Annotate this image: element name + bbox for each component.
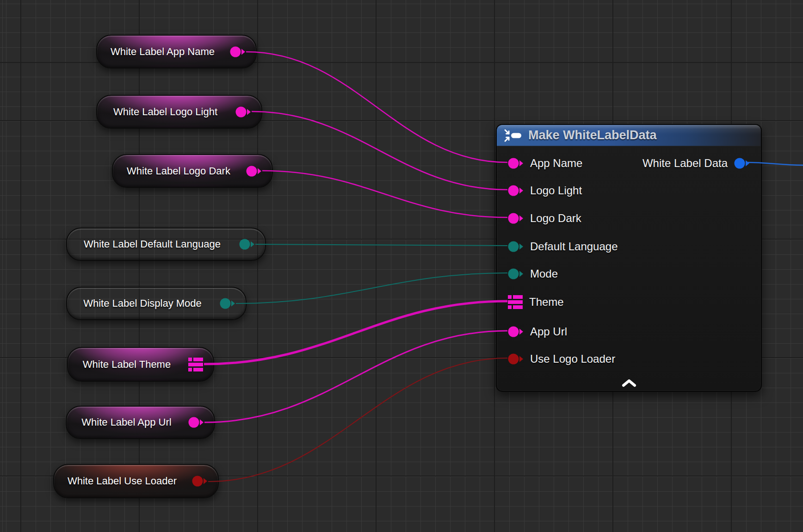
struct-output-pin-icon[interactable] <box>188 357 203 372</box>
pin-label: Logo Light <box>530 184 582 197</box>
input-pin-row-logo-dark[interactable]: Logo Dark <box>508 210 581 227</box>
variable-node-label: White Label Use Loader <box>62 465 182 497</box>
input-pin-row-mode[interactable]: Mode <box>508 266 558 282</box>
variable-node-white-label-display-mode[interactable]: White Label Display Mode <box>66 287 247 320</box>
string-input-pin-icon[interactable] <box>508 185 524 197</box>
variable-node-white-label-use-loader[interactable]: White Label Use Loader <box>53 464 219 498</box>
input-pin-row-app-url[interactable]: App Url <box>508 323 567 340</box>
output-pin-row-white-label-data[interactable]: White Label Data <box>642 155 750 172</box>
string-input-pin-icon[interactable] <box>508 157 524 169</box>
pin-label: Use Logo Loader <box>530 353 615 365</box>
variable-node-white-label-logo-dark[interactable]: White Label Logo Dark <box>112 154 273 188</box>
variable-node-label: White Label Logo Light <box>105 96 225 128</box>
variable-node-label: White Label Display Mode <box>75 288 210 319</box>
variable-node-label: White Label Default Language <box>75 229 229 260</box>
pin-label: White Label Data <box>642 157 728 170</box>
pin-label: Theme <box>529 296 564 309</box>
string-output-pin-icon[interactable] <box>246 165 262 177</box>
input-pin-row-use-logo-loader[interactable]: Use Logo Loader <box>508 351 615 367</box>
input-pin-row-theme[interactable]: Theme <box>508 294 564 310</box>
enum-input-pin-icon[interactable] <box>508 268 524 280</box>
enum-output-pin-icon[interactable] <box>220 297 235 309</box>
pin-label: Mode <box>530 267 558 280</box>
wire-default-language[interactable] <box>255 244 507 246</box>
make-struct-icon <box>503 128 523 143</box>
struct-output-pin-icon[interactable] <box>734 157 750 169</box>
wire-app-name[interactable] <box>246 52 507 162</box>
variable-node-label: White Label Logo Dark <box>121 155 236 187</box>
input-pin-row-logo-light[interactable]: Logo Light <box>508 182 582 199</box>
pin-label: App Url <box>530 325 567 338</box>
variable-node-label: White Label Theme <box>76 348 177 381</box>
wire-use-loader[interactable] <box>208 358 507 482</box>
wire-logo-light[interactable] <box>252 111 507 190</box>
string-output-pin-icon[interactable] <box>235 106 251 118</box>
variable-node-white-label-app-url[interactable]: White Label App Url <box>66 406 215 439</box>
variable-node-white-label-default-language[interactable]: White Label Default Language <box>66 228 266 261</box>
string-output-pin-icon[interactable] <box>188 416 204 428</box>
blueprint-graph-canvas[interactable]: White Label App Name White Label Logo Li… <box>0 0 803 532</box>
variable-node-label: White Label App Url <box>75 407 178 438</box>
pin-label: App Name <box>530 157 582 170</box>
wire-logo-dark[interactable] <box>262 171 507 217</box>
wire-display-mode[interactable] <box>236 273 507 303</box>
variable-node-white-label-logo-light[interactable]: White Label Logo Light <box>96 95 262 129</box>
string-input-pin-icon[interactable] <box>508 326 524 338</box>
wire-theme[interactable] <box>204 301 507 364</box>
node-header[interactable]: Make WhiteLabelData <box>497 125 761 146</box>
pin-label: Default Language <box>530 240 618 253</box>
enum-output-pin-icon[interactable] <box>239 238 255 250</box>
boolean-input-pin-icon[interactable] <box>508 353 524 365</box>
input-pin-row-default-language[interactable]: Default Language <box>508 238 618 255</box>
input-pin-row-app-name[interactable]: App Name <box>508 155 582 172</box>
variable-node-white-label-theme[interactable]: White Label Theme <box>67 347 214 382</box>
variable-node-label: White Label App Name <box>105 36 220 68</box>
string-input-pin-icon[interactable] <box>508 212 524 224</box>
make-whitelabeldata-node[interactable]: Make WhiteLabelData App Name Logo Light … <box>496 124 762 392</box>
collapse-chevron-icon[interactable] <box>621 379 637 387</box>
boolean-output-pin-icon[interactable] <box>192 475 208 487</box>
struct-input-pin-icon[interactable] <box>508 295 523 309</box>
string-output-pin-icon[interactable] <box>230 46 246 58</box>
pin-label: Logo Dark <box>530 212 581 225</box>
variable-node-white-label-app-name[interactable]: White Label App Name <box>96 35 257 68</box>
enum-input-pin-icon[interactable] <box>508 241 524 253</box>
node-title: Make WhiteLabelData <box>528 128 657 142</box>
wire-app-url[interactable] <box>204 331 507 422</box>
